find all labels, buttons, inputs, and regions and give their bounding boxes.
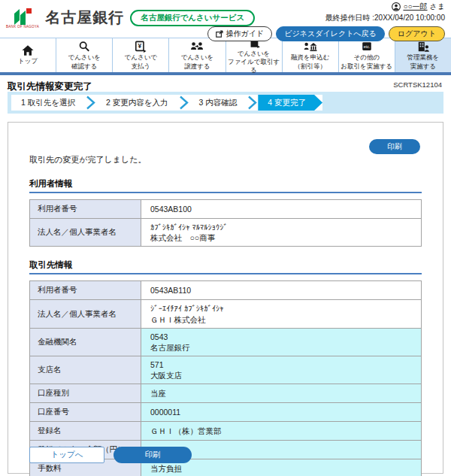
header-buttons: 操作ガイド ビジネスダイレクトへ戻る ログアウト <box>207 26 445 41</box>
bottom-buttons: トップへ 印刷 <box>29 447 192 463</box>
main-nav: トップ でんさいを 確認する ¥ でんさいで 支払う でんさいを 譲渡する でん… <box>0 38 451 75</box>
print-button-top[interactable]: 印刷 <box>369 139 420 154</box>
guide-button[interactable]: 操作ガイド <box>207 26 273 41</box>
row-label: 支店名 <box>30 356 141 384</box>
nav-tab-transfer-densai[interactable]: でんさいを 譲渡する <box>169 38 226 72</box>
row-value: ｶﾌﾞｼｷｶﾞｲｼｬ ﾏﾙﾏﾙｼｮｳｼﾞ 株式会社 ○○商事 <box>141 219 422 247</box>
logo-caption: BANK OF NAGOYA <box>6 26 39 29</box>
nav-tab-other[interactable]: etc. その他の お取引を実施する <box>339 38 395 72</box>
row-label: 口座番号 <box>30 403 141 422</box>
user-line: ○○一郎 さま <box>207 2 445 12</box>
table-row: 法人名／個人事業者名 ｼﾞｰｴｲﾁｱｲ ｶﾌﾞｼｷｶﾞｲｼｬ ＧＨＩ株式会社 <box>30 300 422 328</box>
chevron-right-icon <box>247 95 258 111</box>
admin-building-icon <box>416 41 431 53</box>
step-4-complete: 4 変更完了 <box>258 95 322 111</box>
user-info-table: 利用者番号 0543AB100 法人名／個人事業者名 ｶﾌﾞｼｷｶﾞｲｼｬ ﾏﾙ… <box>29 199 422 247</box>
search-icon <box>77 41 91 53</box>
yen-pay-icon: ¥ <box>134 41 147 53</box>
header-right: ○○一郎 さま 最終操作日時 :20XX/04/20 10:00:00 操作ガイ… <box>207 2 445 41</box>
user-icon <box>392 2 401 11</box>
title-row: 取引先情報変更完了 SCRTSK12104 <box>0 75 451 92</box>
home-icon <box>21 44 35 56</box>
table-row: 利用者番号 0543AB100 <box>30 200 422 219</box>
row-value: ｼﾞｰｴｲﾁｱｲ ｶﾌﾞｼｷｶﾞｲｼｬ ＧＨＩ株式会社 <box>141 300 422 328</box>
chevron-right-icon <box>178 95 189 111</box>
row-value-changed: 571 大阪支店 <box>141 356 422 384</box>
screen-id: SCRTSK12104 <box>393 80 442 89</box>
row-label: 金融機関名 <box>30 328 141 356</box>
svg-text:¥: ¥ <box>138 42 142 50</box>
partner-info-section: 取引先情報 利用者番号 0543AB110 法人名／個人事業者名 ｼﾞｰｴｲﾁｱ… <box>29 259 422 476</box>
section-title-user-info: 利用者情報 <box>29 178 422 193</box>
table-row: 口座種別 当座 <box>30 384 422 403</box>
table-row: 口座番号 0000011 <box>30 403 422 422</box>
row-label: 利用者番号 <box>30 281 141 300</box>
completion-message: 取引先の変更が完了しました。 <box>29 154 422 165</box>
row-label: 登録名 <box>30 422 141 441</box>
row-value: 0543AB110 <box>141 281 422 300</box>
row-label: 口座種別 <box>30 384 141 403</box>
transfer-people-icon <box>189 41 204 53</box>
step-indicator: 1 取引先を選択 2 変更内容を入力 3 内容確認 4 変更完了 <box>8 92 443 114</box>
table-row: 金融機関名 0543 名古屋銀行 <box>30 328 422 356</box>
etc-icon: etc. <box>360 41 374 53</box>
last-operation-time: 最終操作日時 :20XX/04/20 10:00:00 <box>207 13 445 23</box>
row-label: 法人名／個人事業者名 <box>30 219 141 247</box>
external-link-icon <box>216 30 223 38</box>
table-row: 登録名 ＧＨＩ（株）営業部 <box>30 422 422 441</box>
bank-logo-icon: BANK OF NAGOYA <box>6 7 39 29</box>
user-name-link[interactable]: ○○一郎 <box>403 2 427 12</box>
nav-tab-file-densai[interactable]: でんさいを ファイルで取引する <box>226 38 283 72</box>
business-direct-back-button[interactable]: ビジネスダイレクトへ戻る <box>276 26 385 41</box>
user-info-section: 利用者情報 利用者番号 0543AB100 法人名／個人事業者名 ｶﾌﾞｼｷｶﾞ… <box>29 178 422 247</box>
row-value-changed: 0000011 <box>141 403 422 422</box>
row-label: 利用者番号 <box>30 200 141 219</box>
row-value-changed: 0543 名古屋銀行 <box>141 328 422 356</box>
user-suffix: さま <box>430 2 445 12</box>
chevron-right-icon <box>85 95 96 111</box>
row-value: 0543AB100 <box>141 200 422 219</box>
loan-bank-icon <box>303 41 318 53</box>
nav-tab-top[interactable]: トップ <box>0 38 56 72</box>
back-to-top-button[interactable]: トップへ <box>29 447 104 463</box>
step-2-input-changes: 2 変更内容を入力 <box>96 95 178 111</box>
svg-text:etc.: etc. <box>364 44 371 48</box>
nav-tab-pay-densai[interactable]: ¥ でんさいで 支払う <box>113 38 169 72</box>
step-1-select-partner: 1 取引先を選択 <box>11 95 85 111</box>
page-title: 取引先情報変更完了 <box>8 81 92 92</box>
step-3-confirm: 3 内容確認 <box>189 95 247 111</box>
print-button-bottom[interactable]: 印刷 <box>114 447 192 463</box>
table-row: 法人名／個人事業者名 ｶﾌﾞｼｷｶﾞｲｼｬ ﾏﾙﾏﾙｼｮｳｼﾞ 株式会社 ○○商… <box>30 219 422 247</box>
section-title-partner-info: 取引先情報 <box>29 259 422 274</box>
nav-tab-loan[interactable]: 融資を申込む （割引等） <box>283 38 339 72</box>
row-value-changed: 当座 <box>141 384 422 403</box>
header: BANK OF NAGOYA 名古屋銀行 名古屋銀行でんさいサービス ○○一郎 … <box>0 0 451 38</box>
content-panel: 印刷 取引先の変更が完了しました。 利用者情報 利用者番号 0543AB100 … <box>8 122 443 474</box>
row-label: 法人名／個人事業者名 <box>30 300 141 328</box>
row-value-changed: ＧＨＩ（株）営業部 <box>141 422 422 441</box>
table-row: 支店名 571 大阪支店 <box>30 356 422 384</box>
nav-tab-confirm-densai[interactable]: でんさいを 確認する <box>56 38 113 72</box>
table-row: 利用者番号 0543AB110 <box>30 281 422 300</box>
bank-name: 名古屋銀行 <box>45 8 124 28</box>
nav-tab-admin[interactable]: 管理業務を 実施する <box>395 38 451 72</box>
logout-button[interactable]: ログアウト <box>389 26 445 41</box>
